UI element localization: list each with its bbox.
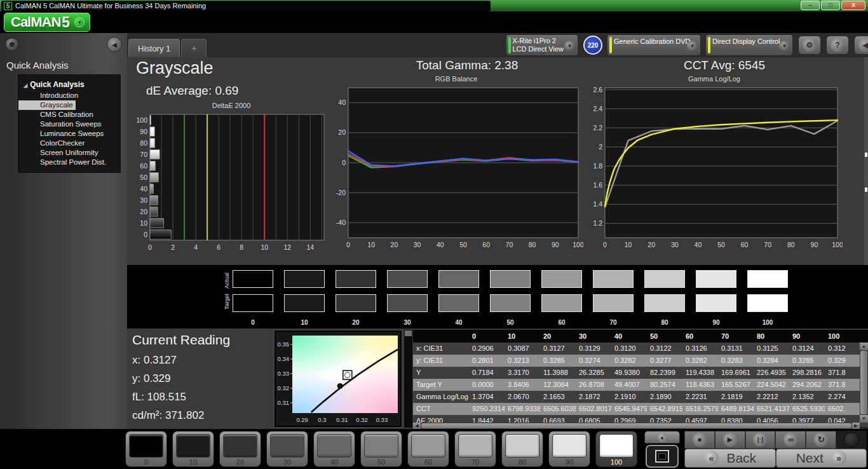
settings-button[interactable]: ⚙ [798, 36, 821, 55]
pattern-level-button-10[interactable]: 10 [172, 431, 214, 467]
help-button[interactable]: ? [826, 36, 849, 55]
gamma-chart-title: Gamma Log/Log [586, 75, 843, 85]
table-horizontal-scrollbar[interactable]: ◀ ▶ [413, 423, 860, 429]
svg-text:20: 20 [338, 128, 346, 136]
logo-dropdown-icon[interactable]: ▼ [74, 17, 85, 27]
tab-history-1[interactable]: History 1 [128, 39, 180, 57]
pattern-level-button-30[interactable]: 30 [266, 431, 308, 467]
vscroll-thumb[interactable] [860, 351, 867, 414]
pattern-level-label: 90 [552, 458, 587, 467]
table-cell: 0.3285 [540, 355, 576, 367]
pattern-up-button[interactable]: ▲ [644, 431, 680, 444]
sidebar-item-colorchecker[interactable]: ColorChecker [18, 139, 120, 148]
scroll-up-icon[interactable]: ▲ [860, 343, 868, 350]
svg-text:20: 20 [140, 208, 147, 215]
back-chevron-icon: « [703, 451, 719, 466]
pattern-level-button-90[interactable]: 90 [548, 431, 590, 467]
continuous-measure-button[interactable]: ∞ [775, 431, 806, 449]
svg-text:100: 100 [136, 116, 147, 124]
table-cell: 0.3087 [505, 343, 540, 355]
close-button[interactable]: X [841, 1, 865, 10]
sidebar-item-spectral-power-dist-[interactable]: Spectral Power Dist. [18, 158, 120, 167]
pattern-patch [505, 434, 539, 458]
sidebar-item-luminance-sweeps[interactable]: Luminance Sweeps [18, 129, 120, 139]
svg-text:0.32: 0.32 [356, 416, 368, 423]
meter-dropdown[interactable]: X-Rite i1Pro 2LCD Direct View ▼ [506, 34, 579, 56]
status-light-icon [844, 432, 859, 447]
sidebar-item-cms-calibration[interactable]: CMS Calibration [18, 110, 120, 119]
sidebar-item-grayscale[interactable]: Grayscale [18, 100, 76, 110]
pattern-level-button-40[interactable]: 40 [313, 431, 355, 467]
swatch-level-label: 0 [233, 319, 273, 329]
window-pattern-icon [658, 453, 666, 459]
luminance-badge[interactable]: 220 [583, 36, 602, 55]
hscroll-thumb[interactable] [421, 423, 851, 428]
source-dropdown[interactable]: Generic Calibration DVD ▼ [607, 34, 701, 56]
workflow-tree: ◢Quick Analysis IntroductionGrayscaleCMS… [18, 74, 121, 173]
swatch-level-label: 30 [387, 319, 428, 329]
single-measure-button[interactable]: [·] [745, 431, 776, 449]
meter-accent [508, 37, 511, 53]
target-swatch-100 [747, 294, 788, 312]
table-vertical-scrollbar[interactable]: ▲ ▼ [860, 343, 868, 423]
svg-text:0.34: 0.34 [278, 355, 290, 362]
table-splitter[interactable] [404, 330, 412, 428]
svg-text:10: 10 [140, 219, 147, 227]
table-cell: 226.4935 [754, 367, 789, 379]
reading-x: x: 0.3127 [132, 354, 177, 367]
swatch-level-label: 90 [696, 319, 736, 329]
svg-text:80: 80 [529, 241, 536, 248]
record-knob-icon[interactable] [5, 37, 19, 51]
display-control-dropdown[interactable]: Direct Display Control ▼ [705, 34, 793, 56]
sidebar: ◀ Quick Analysis ◢Quick Analysis Introdu… [0, 33, 127, 429]
tree-root[interactable]: ◢Quick Analysis [18, 79, 120, 91]
restore-button[interactable]: □ [821, 1, 840, 10]
panel-collapse-button[interactable]: ◀ [854, 36, 868, 55]
pattern-level-button-80[interactable]: 80 [501, 431, 543, 467]
target-swatch-90 [696, 294, 736, 312]
svg-text:40: 40 [437, 241, 444, 248]
table-cell: 2.1819 [718, 391, 754, 403]
stop-button[interactable]: ■ [684, 431, 715, 449]
logo-text: CalMAN [11, 14, 60, 31]
chevron-down-icon[interactable]: ▼ [779, 41, 790, 51]
table-cell: 6505.6038 [540, 403, 576, 415]
sidebar-item-introduction[interactable]: Introduction [18, 91, 120, 100]
sidebar-collapse-button[interactable]: ◀ [107, 37, 122, 52]
pattern-window-button[interactable] [646, 445, 679, 468]
table-header-cell: 40 [611, 330, 647, 343]
sidebar-item-saturation-sweeps[interactable]: Saturation Sweeps [18, 119, 120, 129]
svg-text:-20: -20 [336, 189, 346, 196]
calman-logo-menu[interactable]: CalMAN 5 ▼ [4, 13, 90, 32]
svg-text:30: 30 [140, 196, 147, 204]
play-button[interactable]: ▶ [715, 431, 745, 449]
chevron-down-icon[interactable]: ▼ [687, 41, 698, 51]
pattern-level-button-0[interactable]: 0 [125, 431, 167, 467]
back-button[interactable]: « Back [684, 449, 776, 468]
scroll-right-icon[interactable]: ▶ [852, 423, 860, 429]
svg-text:30: 30 [671, 241, 679, 248]
sidebar-item-screen-uniformity[interactable]: Screen Uniformity [18, 148, 120, 158]
pattern-level-button-60[interactable]: 60 [407, 431, 449, 467]
pattern-level-label: 30 [270, 458, 304, 467]
table-cell: 0.3284 [754, 355, 789, 367]
pattern-level-button-50[interactable]: 50 [360, 431, 402, 467]
logo-number: 5 [62, 14, 70, 31]
pattern-level-button-100[interactable]: 100 [595, 431, 637, 467]
scroll-down-icon[interactable]: ▼ [860, 415, 868, 423]
add-tab-button[interactable]: + [181, 39, 207, 57]
scroll-left-icon[interactable]: ◀ [413, 423, 421, 429]
svg-text:40: 40 [695, 241, 702, 248]
svg-text:2.6: 2.6 [593, 86, 602, 93]
panel-splitter[interactable] [864, 57, 868, 265]
minimize-button[interactable]: – [801, 1, 820, 10]
target-swatch-60 [541, 294, 582, 312]
tree-expand-icon[interactable]: ◢ [24, 83, 27, 88]
svg-text:50: 50 [717, 241, 725, 248]
table-cell: 2.2231 [682, 391, 718, 403]
chevron-down-icon[interactable]: ▼ [564, 41, 575, 51]
refresh-button[interactable]: ↻ [806, 431, 836, 449]
pattern-level-button-20[interactable]: 20 [219, 431, 261, 467]
pattern-level-button-70[interactable]: 70 [454, 431, 496, 467]
next-button[interactable]: Next » [776, 449, 867, 468]
